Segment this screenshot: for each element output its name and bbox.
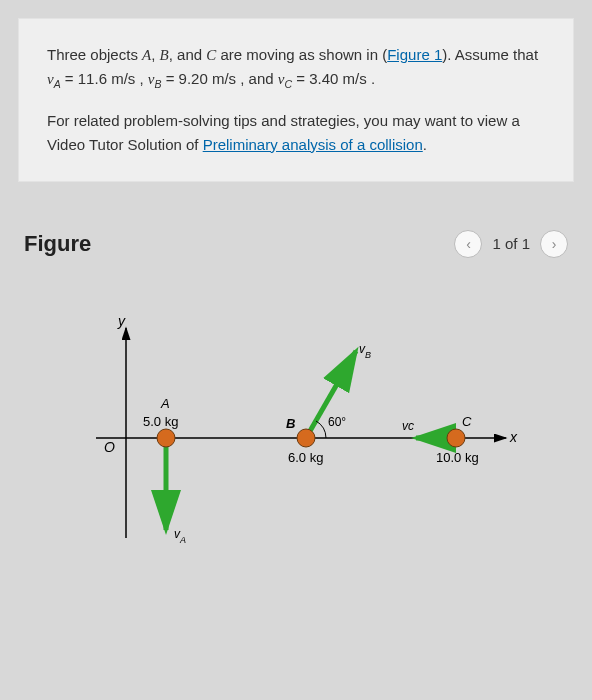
var: v [47,71,54,87]
problem-para-2: For related problem-solving tips and str… [47,109,545,157]
angle-arc [316,421,326,438]
sub: A [54,78,61,90]
figure-title: Figure [24,231,91,257]
object-a [157,429,175,447]
sub: B [154,78,161,90]
text: = 9.20 m/s , and [162,70,278,87]
y-label: y [117,313,126,329]
c-label: C [462,414,472,429]
text: ). Assume that [442,46,538,63]
sub: C [285,78,293,90]
physics-diagram: y x O A 5.0 kg vA B 6.0 kg 60° vB C 10.0… [66,298,526,558]
object-b [297,429,315,447]
va-label: vA [174,527,186,545]
var: v [278,71,285,87]
figure-pager: ‹ 1 of 1 › [454,230,568,258]
text: are moving as shown in ( [216,46,387,63]
video-tutor-link[interactable]: Preliminary analysis of a collision [203,136,423,153]
a-label: A [160,396,170,411]
text: , and [169,46,207,63]
angle-label: 60° [328,415,346,429]
vb-label: vB [359,342,371,360]
figure-area: y x O A 5.0 kg vA B 6.0 kg 60° vB C 10.0… [18,298,574,558]
prev-button[interactable]: ‹ [454,230,482,258]
text: , [151,46,159,63]
origin-label: O [104,439,115,455]
x-label: x [509,429,518,445]
obj-b: B [160,47,169,63]
text: = 3.40 m/s . [292,70,375,87]
mass-b-label: 6.0 kg [288,450,323,465]
text: . [423,136,427,153]
mass-a-label: 5.0 kg [143,414,178,429]
vc-label: vc [402,419,414,433]
figure-header: Figure ‹ 1 of 1 › [18,230,574,258]
next-button[interactable]: › [540,230,568,258]
problem-statement: Three objects A, B, and C are moving as … [18,18,574,182]
pager-text: 1 of 1 [492,235,530,252]
b-label: B [286,416,295,431]
obj-c: C [206,47,216,63]
problem-para-1: Three objects A, B, and C are moving as … [47,43,545,93]
obj-a: A [142,47,151,63]
figure-link[interactable]: Figure 1 [387,46,442,63]
mass-c-label: 10.0 kg [436,450,479,465]
object-c [447,429,465,447]
text: = 11.6 m/s , [61,70,148,87]
text: Three objects [47,46,142,63]
